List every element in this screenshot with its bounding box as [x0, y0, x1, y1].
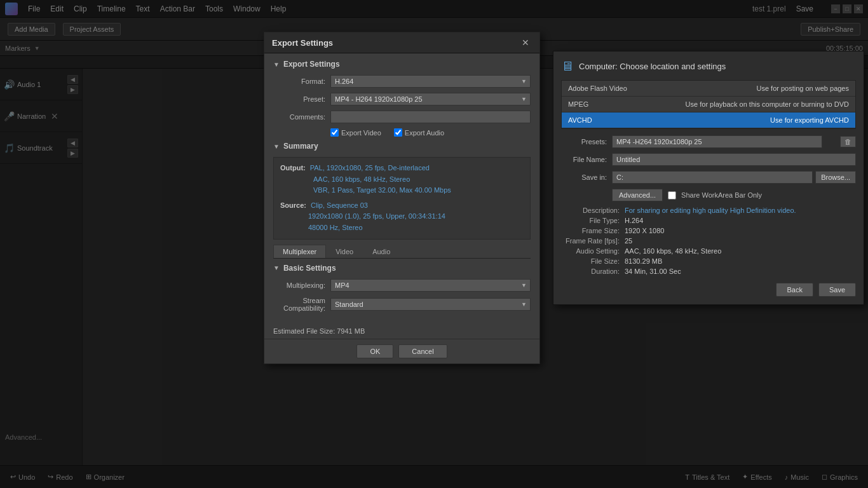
dialog-footer: OK Cancel [264, 339, 539, 363]
preset-item-avchd[interactable]: AVCHD Use for exporting AVCHD [562, 112, 855, 128]
multiplexing-label: Multiplexing: [273, 281, 330, 289]
multiplexing-row: Multiplexing: MP4 [273, 279, 531, 292]
audio-setting-value: AAC, 160 kbps, 48 kHz, Stereo [625, 247, 721, 255]
right-panel-title: Computer: Choose location and settings [579, 62, 726, 71]
file-type-label: File Type: [561, 217, 625, 224]
summary-section: Output: PAL, 1920x1080, 25 fps, De-inter… [273, 157, 531, 240]
section-triangle-summary: ▼ [273, 143, 280, 150]
file-type-value: H.264 [625, 217, 643, 224]
export-settings-label: Export Settings [283, 60, 340, 69]
export-video-label: Export Video [341, 129, 381, 137]
audio-setting-row: Audio Setting: AAC, 160 kbps, 48 kHz, St… [561, 247, 856, 255]
presets-select-wrapper: MP4 -H264 1920x1080p 25 [612, 135, 839, 148]
output-row: Output: PAL, 1920x1080, 25 fps, De-inter… [280, 163, 524, 196]
duration-label: Duration: [561, 268, 625, 275]
description-row: Description: For sharing or editing high… [561, 207, 856, 214]
file-name-input[interactable] [612, 153, 856, 166]
summary-header[interactable]: ▼ Summary [273, 142, 531, 151]
multiplexing-select-wrapper: MP4 [330, 279, 531, 292]
stream-compat-select[interactable]: Standard [330, 298, 531, 311]
file-name-label: File Name: [561, 156, 612, 163]
file-size-value: 8130.29 MB [625, 257, 662, 265]
right-panel: 🖥 Computer: Choose location and settings… [553, 51, 864, 305]
preset-list: Adobe Flash Video Use for posting on web… [561, 80, 856, 129]
export-checkboxes: Export Video Export Audio [330, 128, 531, 137]
dialog-close-button[interactable]: ✕ [519, 37, 532, 48]
browse-button[interactable]: Browse... [815, 171, 856, 184]
export-audio-checkbox-label[interactable]: Export Audio [394, 128, 444, 137]
file-name-row: File Name: [561, 153, 856, 166]
preset-desc-flash: Use for posting on web pages [756, 85, 849, 92]
frame-rate-row: Frame Rate [fps]: 25 [561, 237, 856, 245]
estimated-size-text: Estimated File Size: 7941 MB [273, 327, 365, 335]
basic-settings-label: Basic Settings [283, 264, 336, 273]
export-tabs: Multiplexer Video Audio [273, 245, 531, 259]
file-type-row: File Type: H.264 [561, 217, 856, 224]
details-section: Description: For sharing or editing high… [561, 207, 856, 275]
presets-row: Presets: MP4 -H264 1920x1080p 25 🗑 [561, 135, 856, 148]
ok-button[interactable]: OK [356, 344, 393, 358]
export-video-checkbox[interactable] [330, 128, 339, 137]
frame-size-label: Frame Size: [561, 227, 625, 234]
export-audio-label: Export Audio [405, 129, 444, 137]
share-workarea-label: Share WorkArea Bar Only [681, 191, 762, 199]
multiplexing-select[interactable]: MP4 [330, 279, 531, 292]
advanced-row: Advanced... Share WorkArea Bar Only [612, 189, 856, 201]
audio-setting-label: Audio Setting: [561, 247, 625, 255]
source-line1: Clip, Sequence 03 [311, 201, 368, 209]
export-audio-checkbox[interactable] [394, 128, 402, 137]
export-settings-dialog: Export Settings ✕ ▼ Export Settings Form… [264, 32, 540, 364]
tab-multiplexer[interactable]: Multiplexer [273, 245, 326, 258]
format-label: Format: [273, 78, 330, 85]
estimated-size-row: Estimated File Size: 7941 MB [264, 323, 539, 339]
dialog-body: ▼ Export Settings Format: H.264 Preset: … [264, 53, 539, 323]
dialog-title: Export Settings [272, 38, 333, 48]
duration-value: 34 Min, 31.00 Sec [625, 268, 681, 275]
source-line2: 1920x1080 (1.0), 25 fps, Upper, 00:34:31… [308, 212, 445, 220]
output-line2: AAC, 160 kbps, 48 kHz, Stereo [313, 175, 410, 183]
description-value: For sharing or editing high quality High… [625, 207, 796, 214]
advanced-button[interactable]: Advanced... [612, 189, 663, 201]
right-save-button[interactable]: Save [818, 283, 856, 297]
comments-input[interactable] [330, 111, 531, 123]
frame-size-value: 1920 X 1080 [625, 227, 664, 234]
right-panel-header: 🖥 Computer: Choose location and settings [561, 59, 856, 74]
description-label: Description: [561, 207, 625, 214]
section-triangle-export: ▼ [273, 61, 280, 68]
stream-compat-label: Stream Compatibility: [273, 297, 330, 312]
stream-compat-row: Stream Compatibility: Standard [273, 297, 531, 312]
delete-preset-button[interactable]: 🗑 [840, 136, 856, 147]
export-settings-header[interactable]: ▼ Export Settings [273, 60, 531, 69]
share-checkbox-row: Share WorkArea Bar Only [668, 191, 762, 200]
source-line3: 48000 Hz, Stereo [308, 224, 363, 231]
file-size-label: File Size: [561, 257, 625, 265]
preset-item-flash[interactable]: Adobe Flash Video Use for posting on web… [562, 81, 855, 97]
preset-name-mpeg: MPEG [568, 100, 588, 108]
preset-name-flash: Adobe Flash Video [568, 85, 627, 92]
basic-settings-content: Multiplexing: MP4 Stream Compatibility: … [273, 279, 531, 312]
share-workarea-checkbox[interactable] [668, 191, 676, 200]
comments-label: Comments: [273, 113, 330, 121]
format-select[interactable]: H.264 [330, 75, 531, 88]
preset-row: Preset: MP4 - H264 1920x1080p 25 [273, 93, 531, 105]
preset-select-wrapper: MP4 - H264 1920x1080p 25 [330, 93, 531, 105]
output-line3: VBR, 1 Pass, Target 32.00, Max 40.00 Mbp… [313, 186, 451, 194]
frame-rate-label: Frame Rate [fps]: [561, 237, 625, 245]
frame-rate-value: 25 [625, 237, 632, 245]
presets-select[interactable]: MP4 -H264 1920x1080p 25 [612, 135, 822, 148]
right-panel-buttons: Back Save [561, 283, 856, 297]
summary-label: Summary [283, 142, 318, 151]
save-in-label: Save in: [561, 173, 612, 181]
cancel-button[interactable]: Cancel [398, 344, 447, 358]
preset-select[interactable]: MP4 - H264 1920x1080p 25 [330, 93, 531, 105]
source-row: Source: Clip, Sequence 03 1920x1080 (1.0… [280, 200, 524, 234]
dialog-title-bar: Export Settings ✕ [264, 32, 539, 53]
format-select-wrapper: H.264 [330, 75, 531, 88]
back-button[interactable]: Back [776, 283, 813, 297]
export-video-checkbox-label[interactable]: Export Video [330, 128, 381, 137]
tab-video[interactable]: Video [326, 245, 363, 258]
preset-item-mpeg[interactable]: MPEG Use for playback on this computer o… [562, 97, 855, 112]
save-in-input[interactable] [612, 171, 813, 184]
basic-settings-header[interactable]: ▼ Basic Settings [273, 264, 531, 273]
tab-audio[interactable]: Audio [363, 245, 400, 258]
